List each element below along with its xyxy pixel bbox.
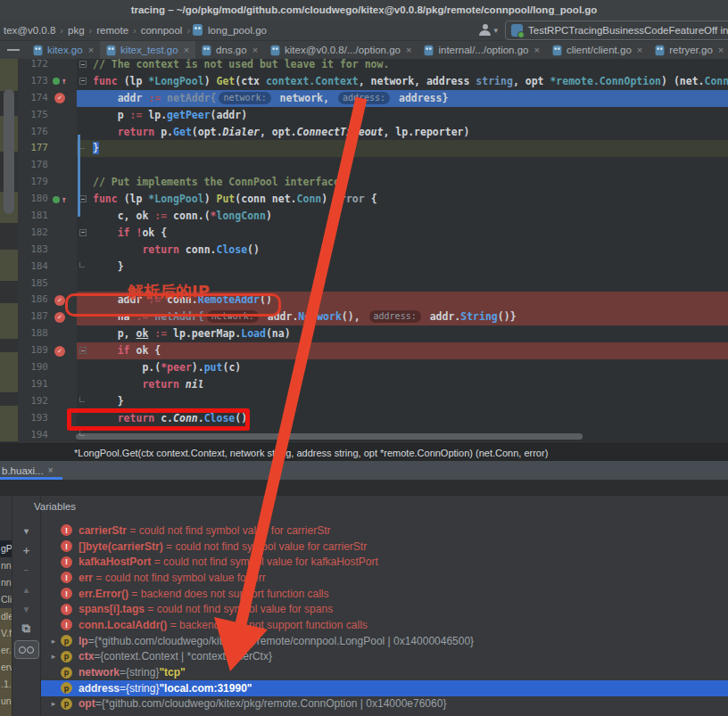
- expand-chevron-icon[interactable]: ▸: [46, 699, 61, 708]
- down-icon[interactable]: ▼: [12, 599, 40, 619]
- variable-row[interactable]: !conn.LocalAddr() = backend does not sup…: [41, 617, 728, 633]
- variable-row[interactable]: !err.Error() = backend does not support …: [41, 586, 728, 602]
- code-line[interactable]: 182 if !ok {: [18, 225, 728, 242]
- add-icon[interactable]: +: [12, 540, 40, 560]
- fold-end-icon[interactable]: [79, 144, 85, 149]
- code-line[interactable]: 177}: [18, 140, 728, 157]
- close-icon[interactable]: ×: [534, 45, 539, 55]
- line-number[interactable]: 176: [18, 124, 48, 141]
- line-number[interactable]: 185: [18, 276, 48, 292]
- editor-tab-kitex-go[interactable]: kitex.go×: [27, 41, 100, 59]
- line-number[interactable]: 189: [18, 342, 48, 359]
- code-line[interactable]: 186✓ addr := conn.RemoteAddr(): [18, 292, 728, 309]
- variable-row[interactable]: !carrierStr = could not find symbol valu…: [41, 523, 728, 539]
- line-number[interactable]: 182: [18, 225, 48, 242]
- fold-end-icon[interactable]: [79, 262, 85, 267]
- code-line[interactable]: 174✓ addr := netAddr{network: network, a…: [18, 90, 728, 107]
- frame-row-clipped[interactable]: erv: [0, 659, 12, 676]
- variable-row[interactable]: pnetwork = {string} "tcp": [41, 664, 728, 680]
- editor-tab-client-client-go[interactable]: client/client.go×: [546, 41, 649, 59]
- code-line[interactable]: 187✓ na := netAddr{network: addr.Network…: [18, 309, 728, 325]
- code-line[interactable]: 172// The context is not used but leave …: [18, 59, 728, 73]
- editor-tab-kitex-v0-0-8-option-go[interactable]: kitex@v0.0.8/.../option.go×: [264, 41, 418, 59]
- frame-row-clipped[interactable]: unc: [0, 693, 12, 710]
- line-number[interactable]: 175: [18, 107, 48, 124]
- line-number[interactable]: 178: [18, 157, 48, 174]
- frame-row-clipped[interactable]: V.fu: [0, 625, 12, 642]
- close-icon[interactable]: ×: [637, 45, 642, 55]
- line-number[interactable]: 188: [18, 325, 48, 342]
- breadcrumb-item[interactable]: tex@v0.0.8: [4, 25, 55, 36]
- line-number[interactable]: 193: [18, 410, 48, 427]
- frame-row-clipped[interactable]: Clie: [0, 591, 12, 608]
- close-icon[interactable]: ×: [252, 45, 258, 55]
- variable-row[interactable]: !kafkaHostPort = could not find symbol v…: [41, 554, 728, 570]
- frame-row-clipped[interactable]: er.f: [0, 642, 12, 659]
- code-line[interactable]: 193 return c.Conn.Close(): [18, 410, 728, 427]
- fold-marker-icon[interactable]: [79, 229, 87, 236]
- implements-icon[interactable]: ↑: [48, 195, 71, 204]
- line-number[interactable]: 173: [18, 73, 48, 90]
- line-number[interactable]: 190: [18, 359, 48, 376]
- code-line[interactable]: 176 return p.Get(opt.Dialer, opt.Connect…: [18, 124, 728, 141]
- code-line[interactable]: 183 return conn.Close(): [18, 242, 728, 259]
- close-icon[interactable]: ×: [88, 45, 94, 55]
- up-icon[interactable]: ▲: [12, 580, 40, 599]
- close-icon[interactable]: ×: [48, 465, 54, 475]
- run-configuration-selector[interactable]: TestRPCTracingBusinessCodeFeatureOff in …: [505, 21, 728, 40]
- code-line[interactable]: 181 c, ok := conn.(*longConn): [18, 208, 728, 225]
- line-number[interactable]: 177: [18, 140, 48, 157]
- breakpoint-icon[interactable]: ✓: [48, 312, 71, 323]
- variable-row[interactable]: !err = could not find symbol value for e…: [41, 570, 728, 586]
- code-line[interactable]: 178: [18, 157, 728, 174]
- code-line[interactable]: 180↑func (lp *LongPool) Put(conn net.Con…: [18, 191, 728, 208]
- breakpoint-check-icon[interactable]: ✓: [54, 346, 65, 357]
- variable-row[interactable]: !spans[i].tags = could not find symbol v…: [41, 601, 728, 617]
- frame-row-clipped[interactable]: nnV: [0, 574, 12, 591]
- expand-chevron-icon[interactable]: ▸: [46, 652, 61, 661]
- code-line[interactable]: 189✓ if ok {: [18, 342, 728, 359]
- breadcrumb-item[interactable]: pkg: [68, 25, 85, 36]
- chevron-down-icon[interactable]: ▾: [493, 26, 498, 35]
- editor-tab-kitex-test-go[interactable]: kitex_test.go×: [100, 41, 195, 59]
- fold-marker-icon[interactable]: [79, 61, 87, 68]
- code-editor[interactable]: 172// The context is not used but leave …: [0, 59, 728, 443]
- variable-row[interactable]: ![]byte(carrierStr) = could not find sym…: [41, 539, 728, 555]
- breadcrumb-item[interactable]: remote: [96, 25, 128, 36]
- line-number[interactable]: 180: [18, 191, 48, 208]
- code-line[interactable]: 184 }: [18, 259, 728, 276]
- frame-row-clipped[interactable]: nnV: [0, 557, 12, 574]
- fold-marker-icon[interactable]: [79, 347, 87, 354]
- horizontal-scrollbar[interactable]: [76, 433, 583, 440]
- breakpoint-icon[interactable]: ✓: [48, 93, 71, 103]
- close-icon[interactable]: ×: [184, 45, 189, 55]
- breakpoint-icon[interactable]: ✓: [48, 346, 71, 357]
- variable-row[interactable]: paddress = {string} "local.com:31990": [41, 680, 728, 696]
- fold-end-icon[interactable]: [79, 397, 85, 402]
- breadcrumb-item[interactable]: long_pool.go: [208, 25, 267, 36]
- user-icon[interactable]: [479, 24, 491, 36]
- editor-tab-internal-option-go[interactable]: internal/.../option.go×: [418, 41, 545, 59]
- copy-icon[interactable]: ⧉: [12, 619, 40, 638]
- code-line[interactable]: 188 p, ok := lp.peerMap.Load(na): [18, 325, 728, 342]
- code-line[interactable]: 179// Put implements the ConnPool interf…: [18, 174, 728, 191]
- expand-chevron-icon[interactable]: ▸: [46, 637, 61, 646]
- line-number[interactable]: 186: [18, 292, 48, 309]
- variable-row[interactable]: ▸plp = {*github.com/cloudwego/kitex/pkg/…: [41, 633, 728, 649]
- variable-row[interactable]: ▸pctx = {context.Context | *context.time…: [41, 649, 728, 665]
- close-icon[interactable]: ×: [718, 45, 724, 55]
- breakpoint-check-icon[interactable]: ✓: [54, 295, 65, 306]
- variable-row[interactable]: ▸popt = {*github.com/cloudwego/kitex/pkg…: [41, 696, 728, 712]
- variables-tree[interactable]: !carrierStr = could not find symbol valu…: [41, 523, 728, 716]
- frame-row-clipped[interactable]: .1.1: [0, 676, 12, 693]
- line-number[interactable]: 192: [18, 393, 48, 410]
- breakpoint-check-icon[interactable]: ✓: [54, 93, 65, 103]
- implements-arrow-icon[interactable]: ↑: [53, 195, 66, 204]
- line-number[interactable]: 174: [18, 90, 48, 107]
- code-line[interactable]: 185: [18, 276, 728, 292]
- line-number[interactable]: 172: [18, 59, 48, 73]
- code-line[interactable]: 175 p := lp.getPeer(addr): [18, 107, 728, 124]
- line-number[interactable]: 191: [18, 376, 48, 393]
- stripe-scroll-thumb[interactable]: [4, 89, 14, 214]
- frame-row-clipped[interactable]: gP.: [0, 540, 12, 557]
